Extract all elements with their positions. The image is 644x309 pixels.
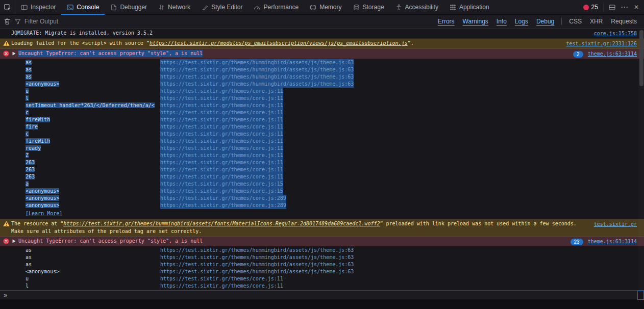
frame-function-cell: 263 [26,166,160,173]
close-devtools-button[interactable]: ✕ [634,4,639,11]
stack-frame: ahttps://test.sixtir.gr/themes/core.js:1… [0,181,644,188]
frame-source-link[interactable]: https://test.sixtir.gr/themes/hummingbir… [160,247,354,254]
source-location-link[interactable]: core.js:15:758 [594,30,637,37]
tab-network[interactable]: Network [153,0,196,14]
resource-url-link[interactable]: https://test.sixtir.gr/themes/hummingbir… [63,220,380,227]
frame-source-link[interactable]: https://test.sixtir.gr/themes/core.js:11 [160,275,283,282]
frame-source-link[interactable]: https://test.sixtir.gr/themes/core.js:11 [160,123,283,131]
tab-inspector[interactable]: Inspector [15,0,61,14]
expand-console-button[interactable]: » [4,292,7,299]
tab-performance[interactable]: Performance [248,0,304,14]
stack-frame: ashttps://test.sixtir.gr/themes/hummingb… [0,254,644,261]
message-text: JQMIGRATE: Migrate is installed, version… [11,30,153,37]
frame-source-link[interactable]: https://test.sixtir.gr/themes/hummingbir… [160,81,354,88]
frame-source-link[interactable]: https://test.sixtir.gr/themes/core.js:11 [160,166,283,173]
filter-info-button[interactable]: Info [493,17,510,26]
frame-function-cell: fireWith [26,116,160,123]
message-body: Uncaught TypeError: can't access propert… [18,238,565,245]
clear-console-button[interactable] [4,18,11,25]
frame-source-link[interactable]: https://test.sixtir.gr/themes/core.js:11 [160,145,283,152]
split-console-button[interactable] [609,4,615,11]
frame-source-link[interactable]: https://test.sixtir.gr/themes/core.js:11 [160,282,283,290]
frame-source-link[interactable]: https://test.sixtir.gr/themes/hummingbir… [160,268,354,275]
filter-logs-button[interactable]: Logs [511,17,532,26]
trash-icon [4,18,11,25]
frame-function-name: <anonymous> [26,202,59,208]
stack-frame: 263https://test.sixtir.gr/themes/core.js… [0,159,644,166]
frame-function-cell: as [26,59,160,66]
message-line-2: Make sure all attributes of the preload … [11,228,589,235]
frame-function-cell: c [26,109,160,116]
frame-function-cell: as [26,254,160,261]
frame-source-link[interactable]: https://test.sixtir.gr/themes/hummingbir… [160,66,354,73]
filter-buttons: ErrorsWarningsInfoLogsDebugCSSXHRRequest… [434,17,640,26]
stack-frame: ashttps://test.sixtir.gr/themes/hummingb… [0,73,644,81]
filter-output-input[interactable] [24,18,430,25]
tab-console[interactable]: Console [61,0,105,14]
frame-source-link[interactable]: https://test.sixtir.gr/themes/core.js:11 [160,88,283,95]
vertical-scrollbar[interactable] [638,29,644,291]
frame-source-link[interactable]: https://test.sixtir.gr/themes/hummingbir… [160,254,354,261]
scroll-corner [637,291,644,300]
frame-source-link[interactable]: https://test.sixtir.gr/themes/hummingbir… [160,73,354,81]
frame-source-link[interactable]: https://test.sixtir.gr/themes/core.js:15 [160,188,283,195]
tab-storage[interactable]: Storage [348,0,390,14]
frame-function-name: c [26,131,29,137]
tab-memory[interactable]: Memory [304,0,347,14]
tab-application[interactable]: Application [444,0,495,14]
pick-element-button[interactable] [0,0,15,14]
scrollbar-thumb[interactable] [639,30,643,86]
frame-function-name: ready [26,145,41,151]
stack-frame: 263https://test.sixtir.gr/themes/core.js… [0,166,644,173]
frame-source-link[interactable]: https://test.sixtir.gr/themes/core.js:28… [160,195,286,202]
frame-function-name: as [26,247,32,253]
stack-frame: setTimeout handler*263/</Deferred/then/a… [0,102,644,109]
frame-source-link[interactable]: https://test.sixtir.gr/themes/core.js:11 [160,116,283,123]
frame-source-link[interactable]: https://test.sixtir.gr/themes/core.js:15 [160,181,283,188]
message-head: Loading failed for the <script> with sou… [0,39,644,48]
resource-url-link[interactable]: https://test.sixtir.gr/modules/ps_emails… [150,40,408,47]
frame-source-link[interactable]: https://test.sixtir.gr/themes/core.js:11 [160,95,283,102]
expand-caret-icon[interactable] [12,52,16,56]
network-icon [158,4,165,11]
filter-xhr-button[interactable]: XHR [586,17,606,26]
filter-warnings-button[interactable]: Warnings [459,17,492,26]
error-count-indicator[interactable]: 25 [583,4,598,11]
stack-frame: <anonymous>https://test.sixtir.gr/themes… [0,202,644,209]
frame-source-link[interactable]: https://test.sixtir.gr/themes/core.js:11 [160,109,283,116]
frame-source-link[interactable]: https://test.sixtir.gr/themes/core.js:11 [160,131,283,138]
expand-caret-icon[interactable] [12,239,16,243]
filter-debug-button[interactable]: Debug [533,17,558,26]
frame-function-name: <anonymous> [26,195,59,201]
source-location-link[interactable]: test.sixtir.gr [594,221,637,228]
filter-errors-button[interactable]: Errors [434,17,458,26]
message-meta: 2theme.js:63:3114 [573,50,637,58]
meatball-menu-button[interactable]: ⋯ [621,5,629,10]
frame-source-link[interactable]: https://test.sixtir.gr/themes/hummingbir… [160,59,354,66]
source-location-link[interactable]: test.sixtir.gr:2331:126 [566,40,637,47]
frame-source-link[interactable]: https://test.sixtir.gr/themes/core.js:11 [160,152,283,159]
frame-function-name: u [26,88,29,94]
frame-source-link[interactable]: https://test.sixtir.gr/themes/core.js:11 [160,138,283,145]
frame-source-link[interactable]: https://test.sixtir.gr/themes/hummingbir… [160,261,354,268]
performance-icon [254,4,260,11]
filter-requests-button[interactable]: Requests [607,17,640,26]
frame-source-link[interactable]: https://test.sixtir.gr/themes/core.js:11 [160,159,283,166]
frame-function-cell: ready [26,145,160,152]
learn-more-link[interactable]: [Learn More] [26,210,62,217]
source-location-link[interactable]: theme.js:63:3114 [588,238,637,245]
source-location-link[interactable]: theme.js:63:3114 [588,50,637,58]
message-text: Uncaught TypeError: can't access propert… [18,50,203,57]
tab-debugger[interactable]: Debugger [105,0,153,14]
split-console-icon [609,4,615,11]
frame-source-link[interactable]: https://test.sixtir.gr/themes/core.js:11 [160,102,283,109]
message-text: The resource at “ [11,220,63,227]
stack-trace: ashttps://test.sixtir.gr/themes/hummingb… [0,59,644,210]
frame-source-link[interactable]: https://test.sixtir.gr/themes/core.js:28… [160,202,286,209]
debugger-icon [110,4,117,11]
tab-accessibility[interactable]: Accessibility [390,0,444,14]
stack-frame: <anonymous>https://test.sixtir.gr/themes… [0,81,644,88]
tab-style-editor[interactable]: Style Editor [196,0,248,14]
frame-source-link[interactable]: https://test.sixtir.gr/themes/core.js:11 [160,173,283,181]
filter-css-button[interactable]: CSS [565,17,585,26]
